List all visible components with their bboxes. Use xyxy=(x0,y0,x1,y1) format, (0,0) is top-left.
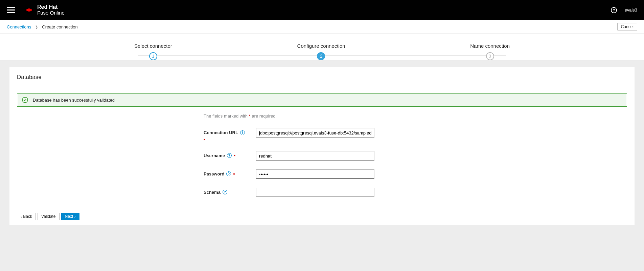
masthead-right: ? evals3 xyxy=(611,7,637,13)
wizard-step-2[interactable]: Configure connection 2 xyxy=(297,43,345,60)
help-circle-icon[interactable]: ? xyxy=(223,190,227,194)
form-hint-suffix: are required. xyxy=(251,113,277,119)
username-label[interactable]: evals3 xyxy=(624,7,637,13)
form-label: Username ? * xyxy=(204,151,256,158)
label-text: Connection URL xyxy=(204,130,238,135)
chevron-right-icon: ❯ xyxy=(35,25,38,29)
alert-text: Database has been successfully validated xyxy=(33,98,115,103)
form-hint-prefix: The fields marked with xyxy=(204,113,249,119)
card-body: Database has been successfully validated… xyxy=(9,87,635,209)
brand-title: Red Hat xyxy=(37,4,65,10)
wizard-step-circle: 3 xyxy=(486,52,494,60)
required-star: * xyxy=(234,154,235,159)
breadcrumb-bar: Connections ❯ Create connection Cancel xyxy=(0,20,644,34)
breadcrumb-link-connections[interactable]: Connections xyxy=(7,24,31,29)
masthead: Red Hat Fuse Online ? evals3 xyxy=(0,0,644,20)
form-input-wrapper xyxy=(256,188,440,197)
required-star: * xyxy=(233,172,235,177)
wizard-step-1[interactable]: Select connector 1 xyxy=(134,43,172,60)
wizard-step-circle: 2 xyxy=(317,52,325,60)
form-row-username: Username ? * xyxy=(204,151,440,161)
card-footer: ‹ Back Validate Next › xyxy=(9,209,635,225)
form-input-wrapper xyxy=(256,169,440,179)
form-input-wrapper xyxy=(256,128,440,138)
validate-button[interactable]: Validate xyxy=(38,213,59,220)
wizard-wrapper: Select connector 1 Configure connection … xyxy=(0,34,644,60)
form-label: Password ? * xyxy=(204,169,256,176)
form-row-password: Password ? * xyxy=(204,169,440,179)
card-database: Database Database has been successfully … xyxy=(9,67,635,225)
wizard-step-3[interactable]: Name connection 3 xyxy=(470,43,510,60)
help-circle-icon[interactable]: ? xyxy=(226,171,231,176)
password-field[interactable] xyxy=(256,169,374,179)
form-label: Connection URL ? * xyxy=(204,128,256,142)
required-star: * xyxy=(204,138,251,143)
connection-url-field[interactable] xyxy=(256,128,374,138)
form: The fields marked with * are required. C… xyxy=(204,113,440,197)
schema-field[interactable] xyxy=(256,188,374,197)
redhat-icon xyxy=(24,6,34,14)
next-label: Next xyxy=(65,214,73,219)
help-circle-icon[interactable]: ? xyxy=(240,130,245,135)
brand-subtitle: Fuse Online xyxy=(37,10,65,16)
wizard-step-label: Name connection xyxy=(470,43,510,49)
username-field[interactable] xyxy=(256,151,374,161)
label-text: Password xyxy=(204,171,224,176)
back-button[interactable]: ‹ Back xyxy=(17,213,36,220)
next-button[interactable]: Next › xyxy=(61,213,79,220)
back-label: Back xyxy=(23,214,32,219)
form-row-schema: Schema ? xyxy=(204,188,440,197)
wizard-steps: Select connector 1 Configure connection … xyxy=(134,43,510,60)
alert-success: Database has been successfully validated xyxy=(17,93,627,107)
wizard-step-label: Select connector xyxy=(134,43,172,49)
form-row-connection-url: Connection URL ? * xyxy=(204,128,440,142)
cancel-button[interactable]: Cancel xyxy=(617,23,637,30)
help-icon[interactable]: ? xyxy=(611,7,617,13)
label-text: Username xyxy=(204,153,225,158)
form-label: Schema ? xyxy=(204,188,256,195)
chevron-right-icon: › xyxy=(73,214,75,219)
breadcrumb-current: Create connection xyxy=(42,24,78,29)
brand: Red Hat Fuse Online xyxy=(24,4,65,16)
check-circle-icon xyxy=(22,97,28,103)
breadcrumb: Connections ❯ Create connection xyxy=(7,24,78,29)
wizard-step-circle: 1 xyxy=(149,52,157,60)
label-text: Schema xyxy=(204,190,221,195)
help-circle-icon[interactable]: ? xyxy=(227,153,232,158)
brand-text: Red Hat Fuse Online xyxy=(37,4,65,16)
form-hint: The fields marked with * are required. xyxy=(204,113,440,119)
wizard-step-label: Configure connection xyxy=(297,43,345,49)
menu-toggle-button[interactable] xyxy=(7,7,15,13)
masthead-left: Red Hat Fuse Online xyxy=(7,4,65,16)
form-input-wrapper xyxy=(256,151,440,161)
card-title: Database xyxy=(9,67,635,87)
